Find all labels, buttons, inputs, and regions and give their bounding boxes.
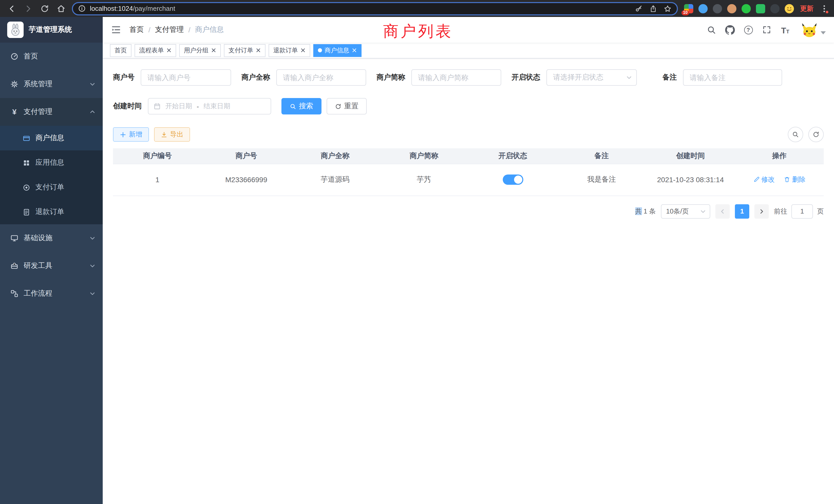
sidebar-subitem-merchant-info[interactable]: 商户信息 bbox=[0, 126, 103, 151]
extension-grid-icon[interactable]: 10 bbox=[684, 4, 693, 13]
sidebar-subitem-pay-order[interactable]: 支付订单 bbox=[0, 175, 103, 200]
tab-merchant-info[interactable]: 商户信息 bbox=[313, 44, 361, 57]
refresh-table-button[interactable] bbox=[808, 127, 824, 142]
date-separator: - bbox=[197, 102, 199, 110]
url-path: /pay/merchant bbox=[133, 5, 175, 12]
home-icon[interactable] bbox=[57, 4, 66, 13]
search-icon bbox=[792, 131, 799, 138]
column-header: 商户简称 bbox=[379, 148, 468, 164]
status-select[interactable]: 请选择开启状态 bbox=[546, 69, 637, 86]
tab-process-form[interactable]: 流程表单 bbox=[135, 44, 176, 57]
font-size-icon[interactable]: TT bbox=[780, 25, 790, 35]
pikachu-avatar bbox=[800, 22, 818, 37]
page-unit-label: 页 bbox=[817, 207, 824, 216]
grid-icon bbox=[23, 159, 30, 166]
sidebar-item-label: 系统管理 bbox=[24, 79, 52, 89]
sidebar: 芋道管理系统 首页 系统管理 ¥ 支付管理 商户信息 bbox=[0, 17, 103, 504]
hamburger-icon[interactable] bbox=[111, 25, 121, 35]
sidebar-item-label: 研发工具 bbox=[24, 261, 52, 271]
search-icon bbox=[290, 103, 296, 110]
sidebar-item-home[interactable]: 首页 bbox=[0, 43, 103, 70]
status-switch[interactable] bbox=[503, 175, 523, 185]
share-icon[interactable] bbox=[649, 4, 657, 13]
column-header: 创建时间 bbox=[646, 148, 735, 164]
password-key-icon[interactable] bbox=[635, 4, 643, 13]
merchant-no-input[interactable] bbox=[141, 69, 231, 86]
search-button[interactable]: 搜索 bbox=[281, 98, 322, 114]
app-logo[interactable]: 芋道管理系统 bbox=[0, 17, 103, 43]
short-name-input[interactable] bbox=[411, 69, 501, 86]
column-header: 商户编号 bbox=[113, 148, 202, 164]
filter-row-2: 创建时间 开始日期 - 结束日期 搜索 bbox=[113, 98, 824, 114]
next-page-button[interactable] bbox=[754, 204, 769, 219]
column-header: 开启状态 bbox=[468, 148, 557, 164]
reset-button[interactable]: 重置 bbox=[327, 98, 367, 114]
tab-close-icon[interactable] bbox=[211, 48, 216, 53]
sidebar-item-label: 基础设施 bbox=[24, 233, 52, 243]
extension-drop-icon[interactable] bbox=[698, 4, 708, 13]
back-icon[interactable] bbox=[7, 4, 17, 13]
extension-avatar-icon[interactable] bbox=[727, 4, 737, 13]
add-button[interactable]: 新增 bbox=[113, 127, 149, 142]
tab-pay-order[interactable]: 支付订单 bbox=[224, 44, 265, 57]
table-toolbar: 新增 导出 bbox=[113, 127, 824, 142]
chevron-down-icon bbox=[89, 291, 95, 297]
tab-close-icon[interactable] bbox=[167, 48, 172, 53]
chevron-down-icon bbox=[89, 81, 95, 87]
sidebar-item-payment[interactable]: ¥ 支付管理 bbox=[0, 98, 103, 126]
site-info-icon[interactable] bbox=[78, 5, 86, 12]
fullscreen-icon[interactable] bbox=[762, 25, 772, 35]
sidebar-item-infrastructure[interactable]: 基础设施 bbox=[0, 224, 103, 252]
extension-green-circle-icon[interactable] bbox=[742, 4, 751, 13]
bank-card-icon bbox=[23, 134, 30, 142]
page-size-select[interactable]: 10条/页 bbox=[661, 204, 710, 219]
delete-link[interactable]: 删除 bbox=[784, 175, 806, 184]
extension-dark-circle-icon[interactable] bbox=[713, 4, 722, 13]
header-search-icon[interactable] bbox=[706, 25, 717, 35]
sidebar-item-dev-tools[interactable]: 研发工具 bbox=[0, 252, 103, 280]
table-header-row: 商户编号 商户号 商户全称 商户简称 开启状态 备注 创建时间 操作 bbox=[113, 148, 824, 164]
browser-update-button[interactable]: 更新 bbox=[800, 4, 813, 13]
toolbox-icon bbox=[10, 262, 19, 270]
extension-green-square-icon[interactable] bbox=[756, 4, 765, 13]
toggle-search-button[interactable] bbox=[788, 127, 803, 142]
sidebar-item-system[interactable]: 系统管理 bbox=[0, 70, 103, 98]
edit-link[interactable]: 修改 bbox=[753, 175, 775, 184]
filter-short-name: 商户简称 bbox=[376, 69, 501, 86]
url-text: localhost:1024/pay/merchant bbox=[90, 5, 175, 12]
tab-close-icon[interactable] bbox=[256, 48, 261, 53]
bookmark-star-icon[interactable] bbox=[663, 4, 672, 13]
breadcrumb-current: 商户信息 bbox=[195, 25, 224, 35]
url-bar[interactable]: localhost:1024/pay/merchant bbox=[72, 2, 678, 15]
breadcrumb-home[interactable]: 首页 bbox=[129, 25, 144, 35]
sidebar-subitem-refund-order[interactable]: 退款订单 bbox=[0, 200, 103, 224]
breadcrumb-payment[interactable]: 支付管理 bbox=[155, 25, 184, 35]
document-icon bbox=[23, 208, 30, 216]
sidebar-subitem-label: 退款订单 bbox=[36, 207, 64, 216]
github-icon[interactable] bbox=[725, 25, 735, 35]
cell-short-name: 芋艿 bbox=[379, 164, 468, 196]
breadcrumb-separator: / bbox=[189, 26, 191, 34]
remark-input[interactable] bbox=[683, 69, 782, 86]
tab-home[interactable]: 首页 bbox=[110, 44, 131, 57]
goto-page-input[interactable] bbox=[791, 204, 813, 219]
browser-menu-icon[interactable] bbox=[820, 4, 829, 13]
tab-user-group[interactable]: 用户分组 bbox=[179, 44, 221, 57]
user-avatar-menu[interactable] bbox=[800, 22, 826, 37]
date-range-picker[interactable]: 开始日期 - 结束日期 bbox=[148, 98, 271, 114]
extension-smiley-icon[interactable] bbox=[785, 4, 794, 13]
reload-icon[interactable] bbox=[40, 4, 49, 13]
filter-merchant-no: 商户号 bbox=[113, 69, 231, 86]
forward-icon[interactable] bbox=[24, 4, 33, 13]
tab-refund-order[interactable]: 退款订单 bbox=[269, 44, 310, 57]
full-name-input[interactable] bbox=[276, 69, 366, 86]
export-button[interactable]: 导出 bbox=[154, 127, 190, 142]
page-number-button[interactable]: 1 bbox=[735, 204, 749, 219]
prev-page-button[interactable] bbox=[716, 204, 730, 219]
tab-close-icon[interactable] bbox=[352, 48, 357, 53]
extension-pinwheel-icon[interactable] bbox=[770, 4, 780, 13]
tab-close-icon[interactable] bbox=[301, 48, 306, 53]
sidebar-subitem-app-info[interactable]: 应用信息 bbox=[0, 151, 103, 175]
sidebar-item-workflow[interactable]: 工作流程 bbox=[0, 280, 103, 307]
help-icon[interactable]: ? bbox=[743, 25, 753, 35]
